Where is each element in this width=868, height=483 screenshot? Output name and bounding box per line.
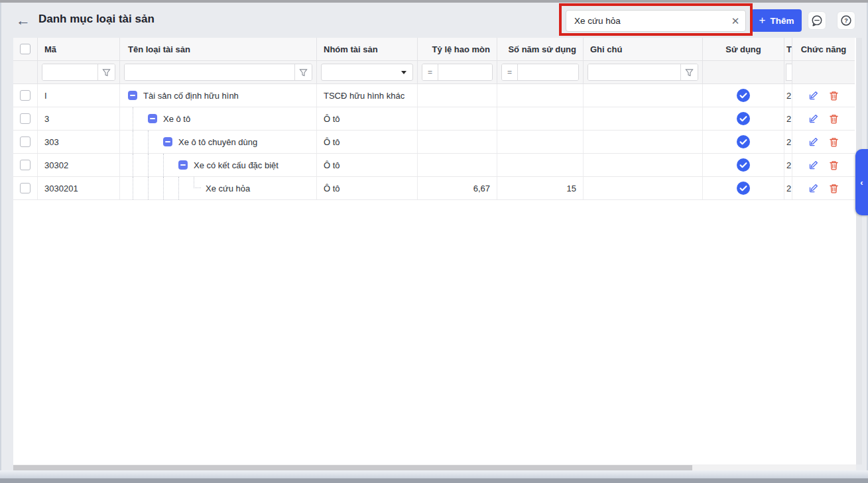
filter-funnel-icon[interactable]	[294, 64, 312, 80]
svg-text:?: ?	[844, 17, 848, 24]
cell-name: Tài sản cố định hữu hình	[143, 91, 239, 101]
search-box: ✕	[566, 10, 746, 32]
edit-icon[interactable]	[808, 136, 819, 148]
cell-rate: 6,67	[418, 177, 497, 199]
cell-years	[497, 154, 584, 176]
select-all-checkbox[interactable]	[20, 44, 31, 54]
col-header-years[interactable]: Số năm sử dụng	[497, 38, 584, 60]
topbar: ← Danh mục loại tài sản ✕ + Thêm	[1, 3, 867, 38]
table-row[interactable]: 303 Xe ô tô chuyên dùng Ô tô 2	[13, 131, 855, 154]
col-header-in-use[interactable]: Sử dụng	[703, 38, 784, 60]
edit-icon[interactable]	[808, 90, 819, 101]
annotation-red-box: ✕	[559, 3, 753, 36]
cell-years	[497, 107, 584, 130]
cell-note	[584, 107, 703, 130]
cell-group: Ô tô	[317, 131, 418, 153]
row-checkbox[interactable]	[20, 136, 31, 147]
search-input[interactable]	[566, 16, 725, 26]
tree-guide	[133, 177, 148, 199]
col-header-note[interactable]: Ghi chú	[584, 38, 703, 60]
cell-clipped: 2	[784, 84, 792, 107]
help-button[interactable]: ?	[837, 11, 855, 30]
tree-guide	[178, 177, 194, 199]
filter-code-input[interactable]	[42, 64, 97, 80]
delete-icon[interactable]	[828, 113, 839, 125]
question-circle-icon: ?	[839, 14, 853, 27]
filter-rate-input[interactable]	[438, 64, 492, 80]
cell-code: 303	[38, 131, 120, 153]
feedback-button[interactable]	[808, 11, 826, 30]
table-row[interactable]: 3 Xe ô tô Ô tô 2	[13, 107, 855, 131]
col-header-code[interactable]: Mã	[38, 38, 120, 60]
row-checkbox[interactable]	[20, 160, 31, 170]
chevron-left-icon: ‹	[860, 178, 863, 188]
collapse-icon[interactable]	[163, 137, 172, 146]
window-frame-bottom	[0, 478, 868, 483]
add-button-label: Thêm	[770, 16, 794, 26]
side-panel-toggle[interactable]: ‹	[855, 149, 868, 215]
collapse-icon[interactable]	[178, 160, 188, 170]
cell-clipped: 2	[784, 154, 792, 176]
cell-years	[497, 131, 584, 153]
comment-bubble-icon	[810, 14, 824, 27]
cell-rate	[418, 107, 497, 130]
cell-note	[584, 154, 703, 176]
tree-guide	[133, 107, 148, 130]
cell-name: Xe ô tô chuyên dùng	[178, 137, 257, 147]
tree-guide	[148, 177, 163, 199]
filter-name-input[interactable]	[125, 64, 294, 80]
delete-icon[interactable]	[828, 90, 839, 101]
filter-funnel-icon[interactable]	[680, 64, 698, 80]
check-circle-icon	[737, 135, 750, 148]
cell-rate	[418, 84, 497, 107]
cell-group: Ô tô	[317, 154, 418, 176]
equals-operator[interactable]: =	[502, 64, 518, 80]
collapse-icon[interactable]	[148, 114, 157, 123]
cell-code: 30302	[38, 154, 120, 176]
app-surface: ← Danh mục loại tài sản ✕ + Thêm	[1, 3, 867, 470]
row-checkbox[interactable]	[20, 90, 31, 101]
filter-funnel-icon[interactable]	[97, 64, 115, 80]
table-row[interactable]: 3030201 Xe cứu hỏa Ô tô 6,67 15 2	[13, 177, 855, 200]
clear-search-icon[interactable]: ✕	[725, 15, 745, 27]
check-circle-icon	[737, 158, 750, 172]
equals-operator[interactable]: =	[422, 64, 438, 80]
cell-code: 3	[38, 107, 120, 130]
back-arrow-icon[interactable]: ←	[15, 12, 32, 29]
filter-note-input[interactable]	[588, 64, 680, 80]
col-header-rate[interactable]: Tỷ lệ hao mòn	[418, 38, 497, 60]
delete-icon[interactable]	[828, 136, 839, 148]
row-checkbox[interactable]	[20, 113, 31, 124]
cell-clipped: 2	[784, 177, 792, 199]
cell-code: 3030201	[38, 177, 120, 199]
edit-icon[interactable]	[808, 160, 819, 171]
check-circle-icon	[737, 112, 750, 125]
delete-icon[interactable]	[828, 183, 839, 194]
cell-rate	[418, 131, 497, 153]
table-row[interactable]: 30302 Xe có kết cấu đặc biệt Ô tô 2	[13, 154, 855, 177]
table-row[interactable]: I Tài sản cố định hữu hình TSCĐ hữu hình…	[13, 84, 855, 107]
col-header-name[interactable]: Tên loại tài sản	[120, 38, 317, 60]
cell-clipped: 2	[784, 107, 792, 130]
plus-icon: +	[759, 14, 766, 27]
delete-icon[interactable]	[828, 160, 839, 171]
filter-group-select[interactable]	[321, 64, 413, 81]
page-title: Danh mục loại tài sản	[38, 13, 155, 26]
collapse-icon[interactable]	[128, 91, 137, 100]
filter-years-input[interactable]	[518, 64, 578, 80]
col-header-group[interactable]: Nhóm tài sản	[317, 38, 418, 60]
cell-note	[584, 177, 703, 199]
check-circle-icon	[737, 89, 750, 102]
vertical-scrollbar[interactable]	[856, 38, 862, 464]
table-filter-row: = =	[13, 61, 855, 84]
cell-name: Xe ô tô	[163, 114, 190, 124]
edit-icon[interactable]	[808, 113, 819, 125]
row-checkbox[interactable]	[20, 183, 31, 193]
edit-icon[interactable]	[808, 183, 819, 194]
add-button[interactable]: + Thêm	[751, 9, 802, 32]
cell-note	[584, 131, 703, 153]
table-header-row: Mã Tên loại tài sản Nhóm tài sản Tỷ lệ h…	[13, 38, 855, 61]
cell-name: Xe có kết cấu đặc biệt	[194, 160, 279, 170]
clipped-filter-input	[786, 64, 792, 81]
cell-name: Xe cứu hỏa	[206, 184, 250, 193]
